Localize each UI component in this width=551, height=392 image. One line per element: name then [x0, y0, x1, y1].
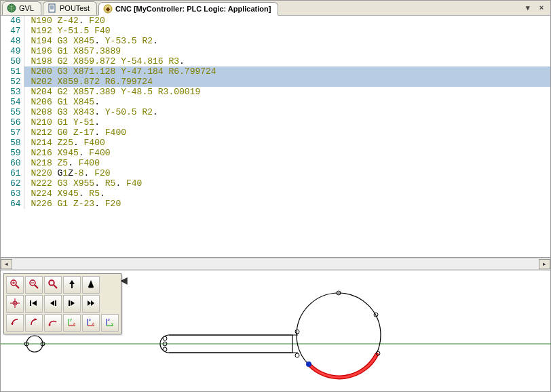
tab-cnc[interactable]: ◆ CNC [MyController: PLC Logic: Applicat…	[98, 2, 278, 16]
code-text[interactable]: N194 G3 X845. Y-53.5 R2.	[24, 36, 550, 46]
tab-controls: ▾ ×	[523, 3, 550, 12]
line-number: 58	[1, 138, 24, 148]
current-position-marker	[306, 361, 311, 367]
code-text[interactable]: N218 Z5. F400	[24, 158, 550, 168]
zoom-out-icon	[28, 279, 39, 291]
minimize-button[interactable]: ▾	[523, 3, 533, 12]
curve-left-button[interactable]	[6, 314, 24, 332]
line-number: 48	[1, 36, 24, 46]
xy-axis-button[interactable]: yx	[63, 314, 81, 332]
code-text[interactable]: N206 G1 X845.	[24, 97, 550, 107]
zoom-fit-icon	[48, 279, 58, 291]
tab-poutest[interactable]: POUTest	[43, 1, 97, 15]
curve-arc-button[interactable]	[44, 314, 62, 332]
code-text[interactable]: N198 G2 X859.872 Y-54.816 R3.	[24, 56, 550, 66]
rewind-button[interactable]	[25, 295, 43, 313]
code-line[interactable]: 64N226 G1 Z-23. F20	[1, 199, 550, 209]
code-line[interactable]: 60N218 Z5. F400	[1, 158, 550, 168]
svg-text:x: x	[92, 321, 94, 326]
code-text[interactable]: N220 G1Z-8. F20	[24, 168, 550, 178]
code-text[interactable]: N210 G1 Y-51.	[24, 117, 550, 128]
svg-text:x: x	[73, 321, 75, 326]
tab-label: CNC [MyController: PLC Logic: Applicatio…	[115, 5, 271, 13]
zoom-in-button[interactable]	[6, 276, 24, 294]
up-arrow-button[interactable]	[63, 276, 81, 294]
code-line[interactable]: 61N220 G1Z-8. F20	[1, 168, 550, 178]
code-text[interactable]: N200 G3 X871.128 Y-47.184 R6.799724	[24, 66, 550, 77]
code-line[interactable]: 47N192 Y-51.5 F40	[1, 26, 550, 36]
up-arrow-icon	[66, 279, 77, 291]
svg-rect-16	[50, 281, 54, 285]
code-text[interactable]: N222 G3 X955. R5. F40	[24, 178, 550, 189]
line-number: 50	[1, 56, 24, 66]
selected-path-segment	[309, 355, 377, 377]
line-number: 57	[1, 128, 24, 138]
zoom-in-icon	[10, 279, 20, 291]
code-line[interactable]: 50N198 G2 X859.872 Y-54.816 R3.	[1, 56, 550, 66]
visualization-pane[interactable]: yxzxzy ◀	[1, 269, 550, 391]
line-number: 61	[1, 168, 24, 178]
code-line[interactable]: 62N222 G3 X955. R5. F40	[1, 178, 550, 189]
yz-axis-button[interactable]: zy	[101, 314, 119, 332]
code-line[interactable]: 54N206 G1 X845.	[1, 97, 550, 107]
line-number: 55	[1, 107, 24, 117]
code-line[interactable]: 51N200 G3 X871.128 Y-47.184 R6.799724	[1, 66, 550, 77]
svg-text:y: y	[70, 317, 72, 321]
code-line[interactable]: 63N224 X945. R5.	[1, 189, 550, 199]
path-node	[163, 336, 167, 340]
rewind-icon	[28, 298, 39, 310]
svg-rect-1	[49, 4, 55, 12]
zoom-out-button[interactable]	[25, 276, 43, 294]
curve-up-button[interactable]	[25, 314, 43, 332]
svg-line-8	[16, 285, 19, 288]
horizontal-scrollbar[interactable]: ◂ ▸	[1, 258, 550, 269]
line-number: 63	[1, 189, 24, 199]
code-line[interactable]: 46N190 Z-42. F20	[1, 16, 550, 26]
code-text[interactable]: N204 G2 X857.389 Y-48.5 R3.00019	[24, 87, 550, 97]
code-text[interactable]: N192 Y-51.5 F40	[24, 26, 550, 36]
code-text[interactable]: N196 G1 X857.3889	[24, 46, 550, 56]
code-text[interactable]: N226 G1 Z-23. F20	[24, 199, 550, 209]
svg-point-24	[49, 324, 51, 326]
crosshair-button[interactable]	[6, 295, 24, 313]
code-line[interactable]: 52N202 X859.872 R6.799724	[1, 77, 550, 87]
code-editor[interactable]: 46N190 Z-42. F2047N192 Y-51.5 F4048N194 …	[1, 16, 550, 258]
scroll-left-button[interactable]: ◂	[1, 259, 12, 269]
code-line[interactable]: 48N194 G3 X845. Y-53.5 R2.	[1, 36, 550, 46]
code-text[interactable]: N214 Z25. F400	[24, 138, 550, 148]
tab-label: GVL	[19, 4, 34, 12]
code-line[interactable]: 55N208 G3 X843. Y-50.5 R2.	[1, 107, 550, 117]
code-text[interactable]: N190 Z-42. F20	[24, 16, 550, 26]
code-line[interactable]: 58N214 Z25. F400	[1, 138, 550, 148]
svg-rect-22	[55, 300, 56, 306]
fast-fwd-button[interactable]	[82, 295, 100, 313]
code-text[interactable]: N202 X859.872 R6.799724	[24, 77, 550, 87]
line-number: 51	[1, 66, 24, 77]
code-text[interactable]: N224 X945. R5.	[24, 189, 550, 199]
zoom-fit-button[interactable]	[44, 276, 62, 294]
svg-line-12	[35, 285, 38, 288]
close-button[interactable]: ×	[537, 3, 546, 12]
step-fwd-button[interactable]	[63, 295, 81, 313]
step-back-icon	[48, 298, 58, 310]
svg-rect-21	[30, 300, 31, 306]
line-number: 46	[1, 16, 24, 26]
code-line[interactable]: 59N216 X945. F400	[1, 148, 550, 158]
code-line[interactable]: 53N204 G2 X857.389 Y-48.5 R3.00019	[1, 87, 550, 97]
line-number: 52	[1, 77, 24, 87]
code-text[interactable]: N216 X945. F400	[24, 148, 550, 158]
scroll-right-button[interactable]: ▸	[539, 259, 550, 269]
step-back-button[interactable]	[44, 295, 62, 313]
globe-icon	[7, 3, 16, 13]
code-text[interactable]: N212 G0 Z-17. F400	[24, 128, 550, 138]
yz-axis-icon: zy	[104, 317, 115, 329]
code-line[interactable]: 57N212 G0 Z-17. F400	[1, 128, 550, 138]
code-line[interactable]: 56N210 G1 Y-51.	[1, 117, 550, 128]
cone-button[interactable]	[82, 276, 100, 294]
xz-axis-button[interactable]: zx	[82, 314, 100, 332]
tab-gvl[interactable]: GVL	[2, 1, 41, 15]
svg-text:y: y	[111, 321, 113, 326]
code-line[interactable]: 49N196 G1 X857.3889	[1, 46, 550, 56]
path-node	[163, 347, 167, 351]
code-text[interactable]: N208 G3 X843. Y-50.5 R2.	[24, 107, 550, 117]
